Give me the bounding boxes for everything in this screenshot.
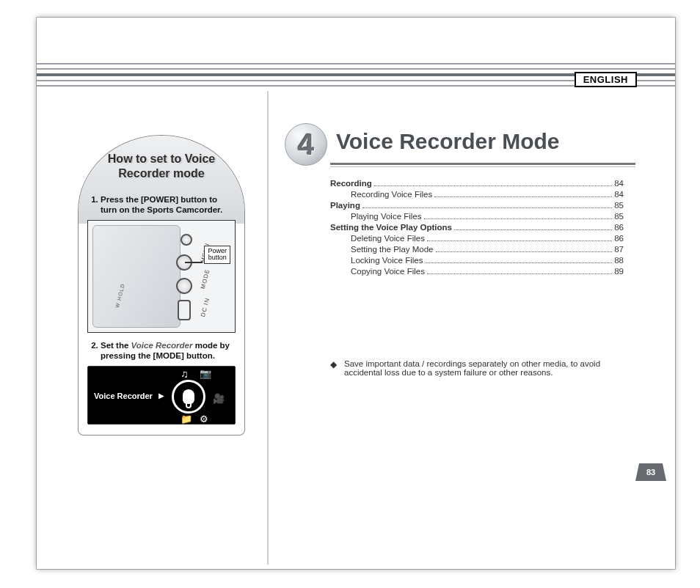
callout-step-1: Press the [POWER] button to turn on the …: [101, 194, 236, 216]
toc-page: 84: [614, 190, 624, 199]
device-dc-port: [178, 300, 191, 320]
toc-page: 86: [614, 223, 624, 232]
mode-selector-arrow-icon: ▶: [158, 392, 164, 400]
toc-page: 88: [614, 256, 624, 265]
toc-page: 89: [614, 267, 624, 276]
folder-icon: 📁: [181, 414, 192, 425]
footnote-text: Save important data / recordings separat…: [344, 359, 630, 377]
toc-row: Recording84: [330, 179, 624, 188]
device-mode-label: MODE: [200, 268, 211, 290]
footnote: ◆ Save important data / recordings separ…: [330, 359, 630, 377]
camera-icon: 📷: [200, 368, 211, 379]
toc-leader-dots: [374, 185, 612, 186]
toc-leader-dots: [427, 273, 612, 274]
chapter-number-badge: 4: [285, 123, 327, 166]
toc-leader-dots: [427, 240, 612, 241]
toc-leader-dots: [425, 262, 612, 263]
toc-leader-dots: [362, 207, 612, 208]
device-dcin-label: DC IN: [200, 297, 211, 317]
callout-steps-2: Set the Voice Recorder mode by pressing …: [87, 340, 236, 361]
toc-row: Locking Voice Files88: [330, 256, 624, 265]
language-tag: ENGLISH: [575, 72, 637, 87]
music-icon: ♫: [181, 368, 189, 380]
toc-page: 85: [614, 212, 624, 221]
howto-callout: How to set to Voice Recorder mode Press …: [78, 135, 245, 436]
toc-title: Setting the Play Mode: [351, 245, 434, 254]
toc-row: Playing85: [330, 201, 624, 210]
toc-row: Setting the Voice Play Options86: [330, 223, 624, 232]
toc-title: Recording Voice Files: [351, 190, 432, 199]
chapter-number: 4: [298, 128, 314, 161]
column-gutter: [267, 91, 269, 565]
chapter-underline: [330, 163, 635, 165]
gear-icon: ⚙: [200, 414, 208, 425]
video-icon: 🎥: [213, 393, 225, 404]
toc-title: Locking Voice Files: [351, 256, 423, 265]
toc-title: Recording: [330, 179, 372, 188]
toc-title: Copying Voice Files: [351, 267, 425, 276]
mode-selector-diagram: ♫ 📷 🎥 📁 ⚙ Voice Recorder ▶: [87, 366, 236, 425]
toc-title: Playing: [330, 201, 360, 210]
toc-leader-dots: [434, 196, 612, 197]
microphone-icon: [172, 380, 205, 414]
callout-step-2: Set the Voice Recorder mode by pressing …: [101, 340, 236, 361]
callout-steps: Press the [POWER] button to turn on the …: [87, 194, 236, 216]
diamond-bullet-icon: ◆: [330, 360, 337, 377]
callout-heading: How to set to Voice Recorder mode: [87, 149, 236, 188]
device-diagram: W HOLD MENU MODE DC IN Power button: [87, 220, 236, 333]
toc-row: Playing Voice Files85: [330, 212, 624, 221]
power-leader-line: [185, 262, 203, 263]
chapter-title: Voice Recorder Mode: [336, 129, 560, 154]
toc-page: 84: [614, 179, 624, 188]
toc-leader-dots: [436, 251, 613, 252]
toc-page: 86: [614, 234, 624, 243]
toc-page: 85: [614, 201, 624, 210]
toc-title: Playing Voice Files: [351, 212, 422, 221]
mode-selector-label: Voice Recorder: [94, 392, 153, 400]
toc-row: Deleting Voice Files86: [330, 234, 624, 243]
toc-row: Recording Voice Files84: [330, 190, 624, 199]
device-mode-button: [176, 278, 192, 294]
toc-title: Deleting Voice Files: [351, 234, 425, 243]
page-number-tab: 83: [635, 463, 666, 481]
power-button-label: Power button: [204, 246, 230, 264]
page-number: 83: [646, 468, 655, 477]
toc-leader-dots: [454, 229, 612, 230]
toc-page: 87: [614, 245, 624, 254]
toc-row: Setting the Play Mode87: [330, 245, 624, 254]
table-of-contents: Recording84Recording Voice Files84Playin…: [330, 179, 624, 278]
toc-row: Copying Voice Files89: [330, 267, 624, 276]
device-small-button: [181, 234, 192, 246]
toc-leader-dots: [424, 218, 613, 219]
toc-title: Setting the Voice Play Options: [330, 223, 452, 232]
